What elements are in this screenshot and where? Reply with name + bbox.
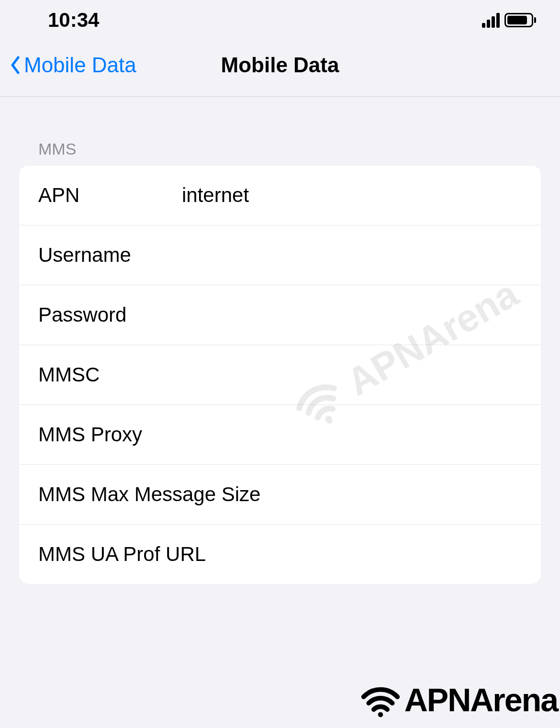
settings-row-apn[interactable]: APN [19,166,541,225]
status-time: 10:34 [48,9,99,32]
row-label-apn: APN [38,184,182,207]
row-label-password: Password [38,303,182,326]
svg-point-1 [378,712,383,717]
mmsc-input[interactable] [182,363,522,386]
settings-row-mms-ua-prof-url[interactable]: MMS UA Prof URL [19,525,541,584]
row-label-mms-ua-prof-url: MMS UA Prof URL [38,543,206,566]
row-label-mms-proxy: MMS Proxy [38,423,182,446]
page-title: Mobile Data [221,53,339,77]
section-header-mms: MMS [19,140,541,166]
back-label: Mobile Data [24,53,136,77]
watermark-text: APNArena [404,681,558,718]
mms-proxy-input[interactable] [182,423,522,446]
settings-row-username[interactable]: Username [19,225,541,285]
back-button[interactable]: Mobile Data [10,53,136,77]
status-icons [482,13,536,28]
row-label-username: Username [38,244,182,267]
chevron-left-icon [10,56,20,75]
status-bar: 10:34 [0,0,560,39]
battery-icon [504,13,536,27]
content-area: MMS APN Username Password MMSC MMS Proxy [0,97,560,584]
password-input[interactable] [182,303,522,326]
settings-row-password[interactable]: Password [19,285,541,345]
cellular-signal-icon [482,13,500,28]
row-label-mms-max-size: MMS Max Message Size [38,483,260,506]
wifi-icon [359,682,402,718]
row-label-mmsc: MMSC [38,363,182,386]
watermark-bottom: APNArena [359,681,558,718]
settings-row-mms-max-size[interactable]: MMS Max Message Size [19,465,541,525]
settings-row-mmsc[interactable]: MMSC [19,345,541,405]
navigation-bar: Mobile Data Mobile Data [0,39,560,97]
settings-row-mms-proxy[interactable]: MMS Proxy [19,405,541,465]
apn-input[interactable] [182,184,522,207]
username-input[interactable] [182,244,522,267]
settings-group-mms: APN Username Password MMSC MMS Proxy MMS… [19,166,541,584]
